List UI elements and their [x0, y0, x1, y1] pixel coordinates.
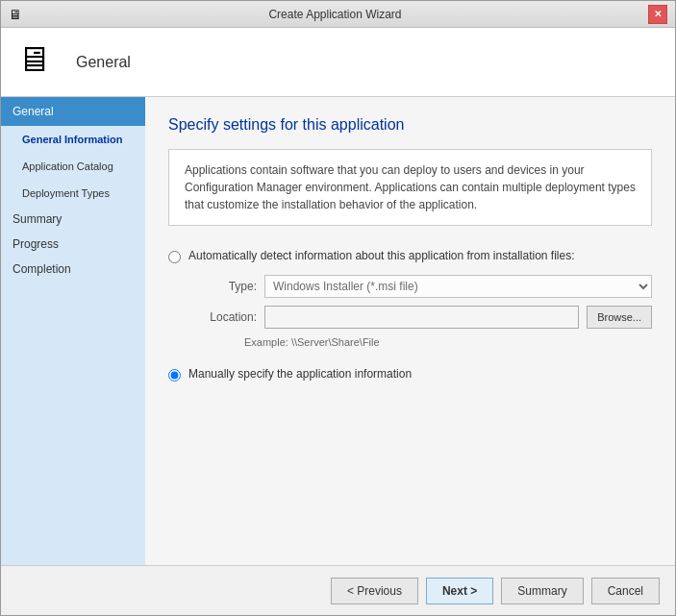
computer-icon: 🖥 [16, 39, 51, 80]
manual-label[interactable]: Manually specify the application informa… [188, 367, 412, 381]
header-icon: 🖥 [16, 39, 63, 86]
sidebar-item-general[interactable]: General [1, 97, 145, 126]
browse-button[interactable]: Browse... [587, 306, 652, 329]
description-text: Applications contain software that you c… [185, 163, 636, 211]
summary-button[interactable]: Summary [501, 578, 583, 604]
sidebar-item-completion[interactable]: Completion [1, 257, 145, 282]
manual-option: Manually specify the application informa… [168, 367, 652, 382]
title-bar: 🖥 Create Application Wizard ✕ [1, 1, 675, 28]
location-label: Location: [189, 310, 257, 324]
auto-detect-option: Automatically detect information about t… [168, 249, 652, 263]
next-button[interactable]: Next > [426, 578, 493, 604]
manual-radio[interactable] [168, 369, 181, 382]
sidebar-item-progress[interactable]: Progress [1, 232, 145, 257]
sidebar-item-summary[interactable]: Summary [1, 207, 145, 232]
close-button[interactable]: ✕ [648, 5, 667, 24]
title-bar-text: Create Application Wizard [22, 8, 648, 21]
location-input[interactable] [264, 306, 579, 329]
cancel-button[interactable]: Cancel [591, 578, 660, 604]
title-bar-left: 🖥 [9, 7, 22, 22]
header-title: General [76, 54, 131, 71]
sidebar-item-application-catalog[interactable]: Application Catalog [1, 153, 145, 180]
example-text: Example: \\Server\Share\File [244, 336, 652, 348]
title-bar-icon: 🖥 [9, 7, 22, 22]
main-title: Specify settings for this application [168, 116, 652, 134]
content-area: General General Information Application … [1, 97, 675, 565]
wizard-window: 🖥 Create Application Wizard ✕ 🖥 General … [0, 0, 676, 616]
auto-detect-section: Automatically detect information about t… [168, 249, 652, 348]
wizard-header: 🖥 General [1, 28, 675, 97]
description-box: Applications contain software that you c… [168, 149, 652, 226]
previous-button[interactable]: < Previous [331, 578, 418, 604]
sidebar: General General Information Application … [1, 97, 145, 565]
auto-detect-label[interactable]: Automatically detect information about t… [188, 249, 575, 262]
auto-detect-form: Type: Windows Installer (*.msi file) Scr… [189, 275, 652, 329]
sidebar-item-deployment-types[interactable]: Deployment Types [1, 180, 145, 207]
sidebar-item-general-information[interactable]: General Information [1, 126, 145, 153]
auto-detect-radio[interactable] [168, 251, 181, 263]
type-label: Type: [189, 280, 257, 293]
footer: < Previous Next > Summary Cancel [1, 565, 675, 615]
location-row: Location: Browse... [189, 306, 652, 329]
main-panel: Specify settings for this application Ap… [145, 97, 675, 565]
type-row: Type: Windows Installer (*.msi file) Scr… [189, 275, 652, 298]
type-select[interactable]: Windows Installer (*.msi file) Script In… [264, 275, 652, 298]
